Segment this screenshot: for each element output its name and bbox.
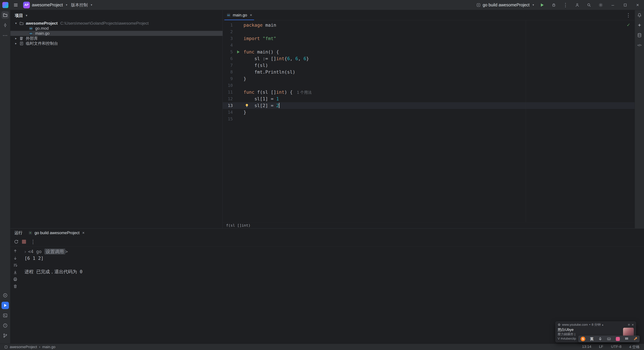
main-menu-button[interactable] [12,1,20,9]
problems-icon [3,323,8,328]
services-tool-button[interactable] [2,292,9,299]
code-line-8[interactable]: 8 fmt.Println(sl) [223,69,634,75]
intention-bulb-icon[interactable] [245,103,249,107]
maximize-button[interactable] [621,1,629,9]
database-button[interactable] [636,31,643,39]
chevron-up-icon[interactable]: ▴ [602,323,604,326]
code-area[interactable]: ✓ 1package main23import "fmt"45func main… [223,20,634,222]
line-number: 3 [223,35,233,42]
tree-item-label: 临时文件和控制台 [26,41,58,46]
usages-inlay-hint[interactable]: 1 个用法 [297,90,312,94]
minimize-button[interactable]: – [609,1,617,9]
ellipsis-icon: ⋯ [3,32,8,38]
sogou-logo-icon[interactable]: S [580,337,585,341]
code-line-6[interactable]: 6 sl := []int{6, 6, 6} [223,55,634,62]
status-item[interactable]: LF [599,345,604,350]
project-panel-header[interactable]: 项目 ▾ [10,10,222,21]
code-token: sl := [] [244,56,276,61]
search-everywhere-button[interactable] [585,1,593,9]
run-tab[interactable]: go build awesomeProject × [28,231,84,235]
notifications-button[interactable] [636,11,643,19]
code-line-12[interactable]: 12 sl[1] = 1 [223,95,634,102]
rerun-button[interactable] [14,239,19,244]
code-line-14[interactable]: 14} [223,109,634,116]
notification-site: www.youtube.com [562,323,588,327]
vcs-log-tool-button[interactable] [2,332,9,339]
tree-item-go-mod[interactable]: GOgo.mod [10,26,222,31]
microphone-icon[interactable] [598,337,602,341]
tree-item-external-libraries[interactable]: ▸外部库 [10,36,222,41]
code-line-15[interactable]: 15 [223,116,634,122]
endpoints-button[interactable]: </> [636,41,643,49]
run-config-selector[interactable]: go build awesomeProject ▾ [476,2,534,7]
close-icon[interactable]: × [250,13,252,17]
ime-language-toggle[interactable]: 英 [590,337,594,341]
project-widget[interactable]: AP awesomeProject ▾ [23,2,67,8]
run-panel: 运行 go build awesomeProject × ⋮ [10,228,644,344]
tree-item-main-go[interactable]: GOmain.go [10,31,222,36]
editor-options-button[interactable]: ⋮ [626,12,631,18]
line-number: 11 [223,89,233,95]
code-line-9[interactable]: 9} [223,75,634,82]
scroll-end-icon [13,270,18,274]
code-line-13[interactable]: 13 sl[2] = 2 [223,102,634,109]
down-stacktrace-button[interactable] [13,256,18,261]
wrench-icon[interactable] [633,337,637,341]
code-line-7[interactable]: 7 f(sl) [223,62,634,69]
more-actions-button[interactable]: ⋮ [562,1,569,9]
debug-button[interactable] [550,1,558,9]
tree-chevron-icon[interactable]: ▸ [13,41,19,45]
run-more-options-button[interactable]: ⋮ [29,239,37,245]
status-item[interactable]: 4 空格 [629,345,640,350]
notification-settings-icon[interactable] [628,323,630,326]
code-line-11[interactable]: 11func f(sl []int) {1 个用法 [223,89,634,95]
run-button[interactable] [538,1,546,9]
problems-tool-button[interactable] [2,322,9,329]
scroll-to-end-button[interactable] [13,270,18,275]
code-text: sl := []int{6, 6, 6} [244,55,634,62]
tree-item-root[interactable]: ▾awesomeProjectC:\Users\meowr\GolandProj… [10,21,222,26]
code-line-3[interactable]: 3import "fmt" [223,35,634,42]
close-icon[interactable]: × [82,231,84,235]
tab-main-go[interactable]: GO main.go × [223,10,256,20]
ai-assistant-button[interactable] [636,21,643,29]
run-tool-button[interactable] [2,302,9,309]
tree-chevron-icon[interactable]: ▾ [13,21,19,25]
settings-button[interactable] [597,1,604,9]
console-output[interactable]: ›<4 go 设置调用>[6 1 2]进程 已完成，退出代码为 0 [20,246,644,344]
console-text: 进程 已完成，退出代码为 0 [24,269,82,274]
print-button[interactable] [13,277,18,282]
commit-tool-button[interactable] [2,21,9,29]
code-line-4[interactable]: 4 [223,42,634,49]
project-tool-button[interactable] [2,11,9,19]
run-gutter-icon[interactable] [233,50,244,54]
clear-console-button[interactable] [13,284,18,289]
soft-wrap-button[interactable] [13,263,18,268]
fold-chevron-icon[interactable]: › [24,249,26,254]
code-text: func main() { [244,49,634,55]
stop-button[interactable] [22,239,26,244]
code-token: f(sl) [244,63,268,68]
tree-item-scratches[interactable]: ▸临时文件和控制台 [10,41,222,46]
code-line-1[interactable]: 1package main [223,22,634,28]
breadcrumb[interactable]: f(sl []int) [223,222,634,228]
tree-chevron-icon[interactable]: ▸ [13,36,19,40]
code-line-10[interactable]: 10 [223,82,634,89]
console-fold-region[interactable]: 设置调用 [44,249,65,255]
close-button[interactable]: × [634,1,642,9]
code-text: import "fmt" [244,35,634,42]
more-tool-windows-button[interactable]: ⋯ [2,31,9,39]
status-item[interactable]: UTF-8 [611,345,621,350]
notification-close-icon[interactable]: × [632,323,634,327]
terminal-tool-button[interactable] [2,312,9,319]
code-with-me-button[interactable] [574,1,581,9]
status-item[interactable]: 13:14 [582,345,591,350]
vcs-widget[interactable]: 版本控制 ▾ [71,2,92,8]
status-breadcrumb[interactable]: awesomeProject › main.go [4,345,55,349]
grid-icon[interactable] [624,337,628,341]
up-stacktrace-button[interactable] [13,249,18,254]
sticker-icon[interactable] [616,337,620,341]
code-line-5[interactable]: 5func main() { [223,49,634,55]
keyboard-icon[interactable] [607,337,611,341]
code-line-2[interactable]: 2 [223,28,634,35]
